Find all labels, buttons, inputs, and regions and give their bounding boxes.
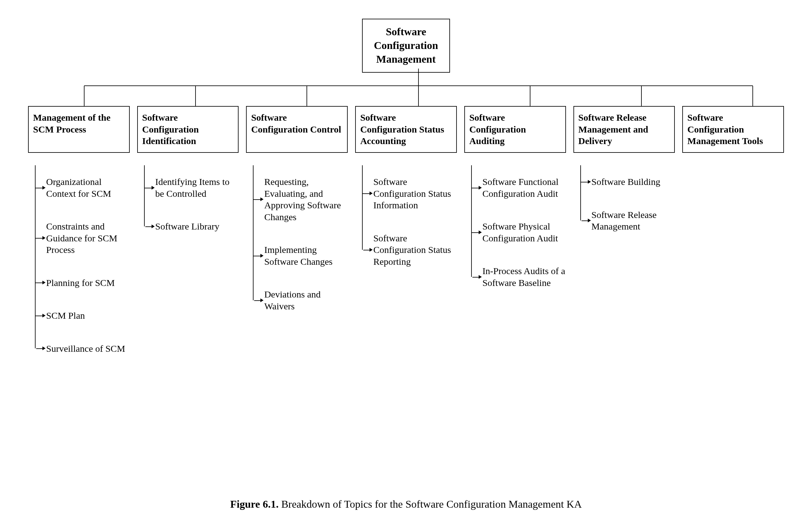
subtopic-item: Software Configuration Status Reporting — [363, 222, 457, 278]
root-node: SoftwareConfigurationManagement — [362, 19, 450, 73]
subtopic-item: Implementing Software Changes — [253, 233, 348, 278]
subtopic-item: Requesting, Evaluating, and Approving So… — [253, 165, 348, 233]
subtopic-text: Software Physical Configuration Audit — [482, 221, 558, 243]
subtopic-item: Identifying Items to be Controlled — [145, 165, 239, 210]
branch-box: Software Release Management and Delivery — [574, 106, 675, 153]
subtopic-item: Software Physical Configuration Audit — [472, 210, 566, 255]
subtopic-item: Software Functional Configuration Audit — [472, 165, 566, 210]
branch-box: Software Configuration Auditing — [464, 106, 566, 153]
subtopic-item: Organizational Context for SCM — [35, 165, 130, 210]
branch-configuration-auditing: Software Configuration Auditing Software… — [464, 106, 566, 365]
caption-text: Breakdown of Topics for the Software Con… — [278, 498, 582, 510]
branch-management-tools: Software Configuration Management Tools — [682, 106, 784, 365]
subtopic-text: Software Release Management — [592, 210, 657, 232]
branch-box: Software Configuration Status Accounting — [355, 106, 457, 153]
branch-status-accounting: Software Configuration Status Accounting… — [355, 106, 457, 365]
subtopic-text: Software Functional Configuration Audit — [482, 176, 559, 199]
subtopic-list: Identifying Items to be Controlled Softw… — [144, 165, 239, 243]
subtopic-text: Surveillance of SCM — [46, 343, 125, 354]
subtopic-list: Requesting, Evaluating, and Approving So… — [253, 165, 348, 322]
subtopic-list: Software Functional Configuration Audit … — [471, 165, 566, 299]
subtopic-text: Implementing Software Changes — [264, 244, 332, 267]
subtopic-text: In-Process Audits of a Software Baseline — [482, 266, 565, 288]
subtopic-list: Organizational Context for SCM Constrain… — [35, 165, 130, 365]
subtopic-item: SCM Plan — [35, 299, 130, 332]
subtopic-text: Planning for SCM — [46, 277, 115, 288]
subtopic-item: Surveillance of SCM — [35, 332, 130, 365]
branch-configuration-control: Software Configuration Control Requestin… — [246, 106, 348, 365]
branch-box: Management of the SCM Process — [28, 106, 130, 153]
subtopic-item: Software Building — [581, 165, 675, 198]
branch-management-scm-process: Management of the SCM Process Organizati… — [28, 106, 130, 365]
figure-caption: Figure 6.1. Breakdown of Topics for the … — [13, 498, 799, 510]
branch-label: Software Configuration Control — [251, 112, 343, 135]
branch-label: Software Configuration Identification — [142, 112, 234, 147]
branch-label: Software Configuration Management Tools — [687, 112, 779, 147]
subtopic-item: Software Release Management — [581, 198, 675, 243]
caption-label: Figure 6.1. — [230, 498, 278, 510]
subtopic-text: Deviations and Waivers — [264, 289, 321, 311]
branch-label: Software Configuration Auditing — [469, 112, 561, 147]
branches-row: Management of the SCM Process Organizati… — [13, 106, 799, 365]
branch-release-management: Software Release Management and Delivery… — [574, 106, 675, 365]
subtopic-item: Software Library — [145, 210, 239, 243]
subtopic-item: In-Process Audits of a Software Baseline — [472, 255, 566, 299]
subtopic-text: Organizational Context for SCM — [46, 176, 111, 199]
subtopic-item: Deviations and Waivers — [253, 278, 348, 322]
subtopic-text: Constraints and Guidance for SCM Process — [46, 221, 117, 255]
subtopic-item: Planning for SCM — [35, 266, 130, 299]
subtopic-text: Requesting, Evaluating, and Approving So… — [264, 176, 341, 222]
subtopic-text: Software Configuration Status Reporting — [373, 233, 451, 267]
subtopic-item: Constraints and Guidance for SCM Process — [35, 210, 130, 266]
subtopic-text: Software Library — [155, 221, 219, 231]
branch-label: Software Release Management and Delivery — [578, 112, 670, 147]
subtopic-text: Software Configuration Status Informatio… — [373, 176, 451, 210]
branch-label: Software Configuration Status Accounting — [360, 112, 452, 147]
diagram-container: SoftwareConfigurationManagement Manageme… — [13, 13, 799, 519]
subtopic-item: Software Configuration Status Informatio… — [363, 165, 457, 222]
subtopic-list: Software Configuration Status Informatio… — [362, 165, 457, 278]
subtopic-text: SCM Plan — [46, 310, 85, 320]
subtopic-list: Software Building Software Release Manag… — [580, 165, 675, 243]
branch-box: Software Configuration Management Tools — [682, 106, 784, 153]
branch-box: Software Configuration Identification — [137, 106, 239, 153]
branch-label: Management of the SCM Process — [33, 112, 125, 135]
branch-box: Software Configuration Control — [246, 106, 348, 153]
root-node-text: SoftwareConfigurationManagement — [374, 26, 438, 65]
subtopic-text: Software Building — [592, 176, 661, 187]
subtopic-text: Identifying Items to be Controlled — [155, 176, 230, 199]
branch-configuration-identification: Software Configuration Identification Id… — [137, 106, 239, 365]
